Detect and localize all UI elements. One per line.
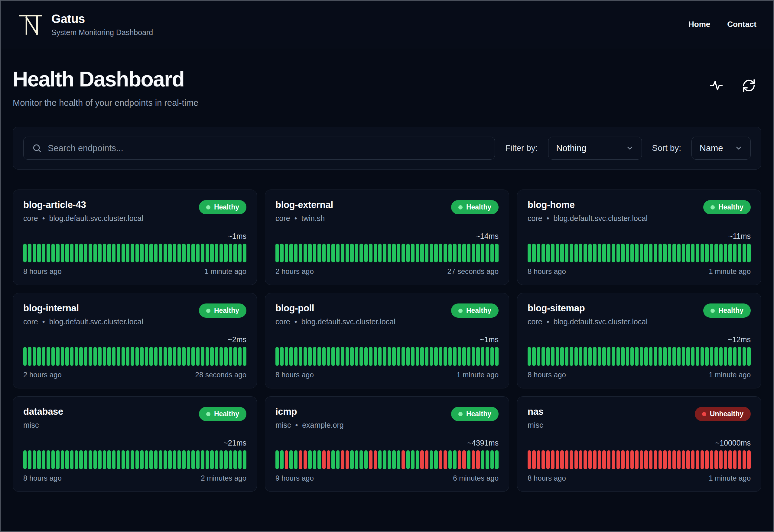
uptime-bar[interactable] [714,347,718,366]
uptime-bar[interactable] [659,244,662,262]
uptime-bar[interactable] [388,347,391,366]
uptime-bar[interactable] [346,347,349,366]
uptime-bar[interactable] [61,244,64,262]
uptime-bar[interactable] [392,450,395,469]
uptime-bar[interactable] [56,450,59,469]
uptime-bar[interactable] [458,244,461,262]
uptime-bar[interactable] [374,347,377,366]
uptime-bar[interactable] [98,450,101,469]
uptime-bar[interactable] [322,244,326,262]
uptime-bar[interactable] [126,347,129,366]
uptime-bar[interactable] [220,244,223,262]
uptime-bar[interactable] [579,450,582,469]
uptime-bar[interactable] [598,244,601,262]
uptime-bar[interactable] [663,244,666,262]
uptime-bar[interactable] [149,347,153,366]
uptime-bar[interactable] [696,347,699,366]
uptime-bar[interactable] [570,244,573,262]
uptime-bar[interactable] [37,244,41,262]
uptime-bar[interactable] [308,450,311,469]
uptime-bar[interactable] [584,347,587,366]
uptime-bar[interactable] [145,244,148,262]
uptime-bar[interactable] [47,347,50,366]
uptime-bar[interactable] [275,244,279,262]
uptime-bar[interactable] [89,450,92,469]
uptime-bar[interactable] [327,450,330,469]
uptime-bar[interactable] [626,450,629,469]
uptime-bar[interactable] [602,450,606,469]
uptime-bar[interactable] [472,450,475,469]
uptime-bar[interactable] [416,347,419,366]
uptime-bar[interactable] [490,347,494,366]
uptime-bar[interactable] [705,244,708,262]
uptime-bar[interactable] [201,244,204,262]
uptime-bar[interactable] [364,244,368,262]
sort-select[interactable]: Name [691,137,751,160]
uptime-bar[interactable] [355,244,358,262]
uptime-bar[interactable] [439,347,442,366]
uptime-bar[interactable] [565,244,568,262]
uptime-bar[interactable] [313,244,316,262]
uptime-bar[interactable] [28,450,31,469]
uptime-bar[interactable] [747,347,750,366]
uptime-bar[interactable] [743,450,746,469]
uptime-bar[interactable] [289,347,293,366]
uptime-bar[interactable] [182,244,185,262]
uptime-bar[interactable] [453,347,456,366]
uptime-bar[interactable] [359,347,363,366]
uptime-bar[interactable] [84,244,87,262]
uptime-bar[interactable] [397,347,400,366]
uptime-bar[interactable] [621,347,624,366]
endpoint-card[interactable]: nas misc Unhealthy ~10000ms 8 hours ago … [517,396,761,492]
uptime-bar[interactable] [42,450,45,469]
activity-icon[interactable] [709,79,723,92]
uptime-bar[interactable] [434,347,437,366]
uptime-bar[interactable] [556,347,559,366]
uptime-bar[interactable] [317,450,321,469]
uptime-bar[interactable] [402,450,405,469]
endpoint-card[interactable]: blog-article-43 core • blog.default.svc.… [13,190,257,285]
uptime-bar[interactable] [364,450,368,469]
uptime-bar[interactable] [331,450,335,469]
uptime-bar[interactable] [383,244,386,262]
uptime-bar[interactable] [528,450,531,469]
uptime-bar[interactable] [313,347,316,366]
uptime-bar[interactable] [79,244,83,262]
uptime-bar[interactable] [406,347,410,366]
uptime-bar[interactable] [89,244,92,262]
uptime-bar[interactable] [191,347,195,366]
uptime-bar[interactable] [378,450,382,469]
uptime-bar[interactable] [215,347,218,366]
uptime-bar[interactable] [556,450,559,469]
uptime-bar[interactable] [411,347,414,366]
uptime-bar[interactable] [640,347,643,366]
uptime-bar[interactable] [616,347,620,366]
uptime-bar[interactable] [229,347,232,366]
uptime-bar[interactable] [350,244,353,262]
uptime-bar[interactable] [98,347,101,366]
uptime-bar[interactable] [322,347,326,366]
uptime-bar[interactable] [630,244,634,262]
uptime-bar[interactable] [560,450,564,469]
uptime-bar[interactable] [23,347,27,366]
uptime-bar[interactable] [56,347,59,366]
uptime-bar[interactable] [93,347,97,366]
uptime-bar[interactable] [584,450,587,469]
uptime-bar[interactable] [528,244,531,262]
uptime-bar[interactable] [621,450,624,469]
uptime-bar[interactable] [691,244,694,262]
uptime-bar[interactable] [42,347,45,366]
uptime-bar[interactable] [70,244,73,262]
uptime-bar[interactable] [532,450,535,469]
uptime-bar[interactable] [462,450,466,469]
uptime-bar[interactable] [233,347,237,366]
uptime-bar[interactable] [112,244,115,262]
uptime-bar[interactable] [682,347,685,366]
uptime-bar[interactable] [425,244,428,262]
uptime-bar[interactable] [42,244,45,262]
uptime-bar[interactable] [588,450,592,469]
uptime-bar[interactable] [472,347,475,366]
uptime-bar[interactable] [299,347,302,366]
uptime-bar[interactable] [196,450,200,469]
uptime-bar[interactable] [168,450,171,469]
